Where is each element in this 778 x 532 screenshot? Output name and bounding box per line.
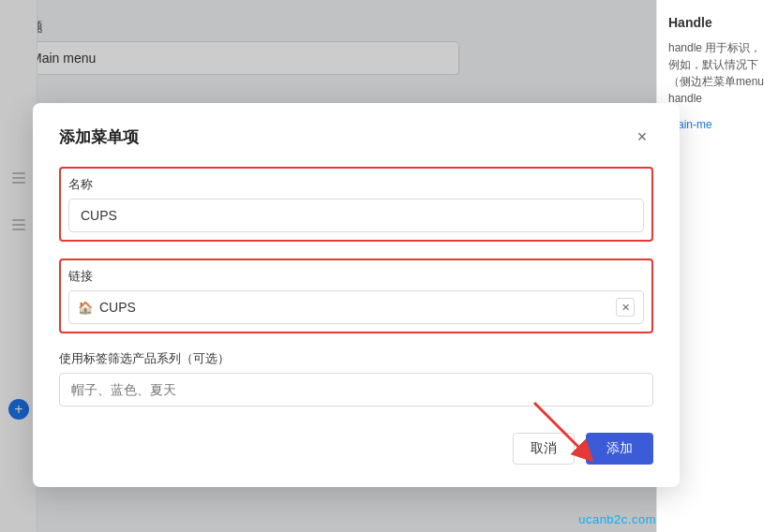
add-menu-item-modal: 添加菜单项 × 名称 链接 🏠 ✕ 使用标签筛选产品系列（可选） 取消 添加	[33, 103, 680, 487]
clear-link-button[interactable]: ✕	[616, 298, 635, 317]
right-panel-link: main-me	[668, 118, 767, 131]
link-icon: 🏠	[78, 301, 93, 315]
link-input[interactable]	[68, 290, 644, 324]
modal-footer: 取消 添加	[59, 425, 653, 465]
tag-field-group: 使用标签筛选产品系列（可选）	[59, 350, 653, 406]
modal-title: 添加菜单项	[59, 126, 139, 148]
name-label: 名称	[68, 176, 644, 193]
add-button[interactable]: 添加	[586, 433, 653, 465]
tag-label: 使用标签筛选产品系列（可选）	[59, 350, 653, 367]
right-panel-title: Handle	[668, 15, 767, 30]
watermark: ucanb2c.com	[578, 512, 656, 526]
cancel-button[interactable]: 取消	[513, 433, 575, 465]
link-label: 链接	[68, 268, 644, 285]
name-field-group: 名称	[59, 167, 653, 242]
right-panel-description: handle 用于标识，例如，默认情况下（侧边栏菜单menu handle	[668, 39, 767, 107]
tag-input[interactable]	[59, 373, 653, 406]
name-input[interactable]	[68, 199, 644, 232]
modal-header: 添加菜单项 ×	[59, 126, 653, 148]
link-field-group: 链接 🏠 ✕	[59, 259, 653, 333]
link-input-wrapper: 🏠 ✕	[68, 290, 644, 324]
modal-close-button[interactable]: ×	[631, 126, 653, 148]
